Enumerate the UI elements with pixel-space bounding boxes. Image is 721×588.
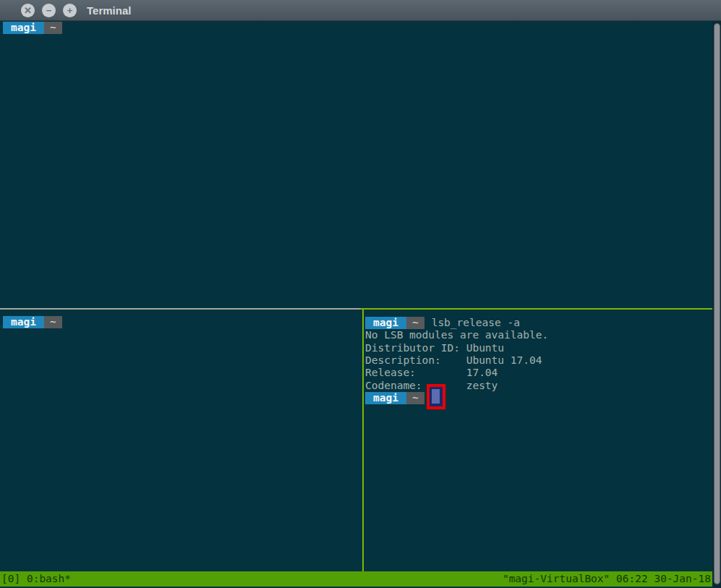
terminal-content: magi ~ magi ~ magi~lsb_release -a No LSB… xyxy=(0,21,721,588)
prompt-badge: magi~ xyxy=(365,392,425,404)
output-line: Codename: zesty xyxy=(365,380,548,392)
prompt-badge: magi~ xyxy=(365,317,425,329)
command-text: lsb_release -a xyxy=(432,317,520,328)
tmux-pane-bottom-left[interactable]: magi ~ xyxy=(0,310,362,571)
tmux-pane-top[interactable]: magi ~ xyxy=(0,21,721,308)
scrollbar-track[interactable] xyxy=(712,21,721,588)
tmux-status-bar: [0] 0:bash* "magi-VirtualBox" 06:22 30-J… xyxy=(0,571,712,587)
prompt-dir: ~ xyxy=(406,317,425,329)
close-icon[interactable]: ✕ xyxy=(21,4,35,17)
prompt-dir: ~ xyxy=(406,392,425,404)
minimize-icon[interactable]: − xyxy=(42,4,56,17)
prompt-dir: ~ xyxy=(44,22,62,34)
new-prompt-line: magi~ xyxy=(365,392,548,404)
output-line: No LSB modules are available. xyxy=(365,329,548,341)
prompt-user: magi xyxy=(3,316,44,328)
status-session-window[interactable]: [0] 0:bash* xyxy=(1,571,71,587)
prompt-user: magi xyxy=(365,317,406,329)
output-line: Description: Ubuntu 17.04 xyxy=(365,354,548,367)
scrollbar-thumb[interactable] xyxy=(714,23,720,584)
prompt-badge: magi ~ xyxy=(3,22,62,34)
pane-output: magi~lsb_release -a No LSB modules are a… xyxy=(365,317,548,404)
prompt-user: magi xyxy=(365,392,406,404)
click-target-annotation xyxy=(427,384,445,409)
prompt-badge: magi ~ xyxy=(3,316,62,328)
title-bar: ✕ − + Terminal xyxy=(0,0,721,21)
command-line: magi~lsb_release -a xyxy=(365,317,548,329)
prompt-dir: ~ xyxy=(44,316,62,328)
window-title: Terminal xyxy=(87,4,131,17)
window-controls: ✕ − + xyxy=(21,4,77,17)
terminal-cursor xyxy=(432,389,440,404)
output-line: Distributor ID: Ubuntu xyxy=(365,342,548,354)
maximize-icon[interactable]: + xyxy=(63,4,77,17)
output-line: Release: 17.04 xyxy=(365,367,548,379)
status-hostname-clock: "magi-VirtualBox" 06:22 30-Jan-18 xyxy=(503,571,711,587)
prompt-user: magi xyxy=(3,22,44,34)
terminal-window: ✕ − + Terminal magi ~ magi ~ magi~ xyxy=(0,0,721,588)
